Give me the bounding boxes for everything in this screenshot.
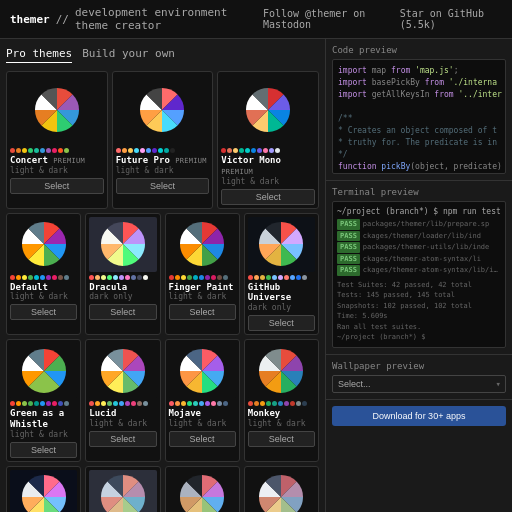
pass-text: ckages/themer/loader/lib/ind: [363, 231, 481, 242]
pass-badge: PASS: [337, 254, 360, 265]
theme-card: Future Pro PREMIUM light & dark Select: [112, 71, 214, 209]
themes-grid: Default light & dark Select Dracula dark…: [6, 213, 319, 512]
theme-preview: [248, 343, 315, 398]
theme-preview: [89, 470, 156, 512]
header-subtitle: development environment theme creator: [75, 6, 263, 32]
theme-meta: light & dark: [10, 166, 104, 175]
wallpaper-preview-section: Wallpaper preview Select...: [326, 355, 512, 400]
terminal-preview-section: Terminal preview ~/project (branch*) $ n…: [326, 181, 512, 355]
pie-chart: [169, 343, 236, 398]
pie-chart: [221, 75, 315, 145]
select-button[interactable]: Select: [89, 431, 156, 447]
wallpaper-select-wrapper: Select...: [332, 375, 506, 393]
pie-chart: [248, 217, 315, 272]
theme-meta: light & dark: [221, 177, 315, 186]
color-dots: [169, 401, 236, 406]
pie-chart: [116, 75, 210, 145]
stat-line: ~/project (branch*) $: [337, 332, 501, 343]
theme-meta: light & dark: [10, 430, 77, 439]
theme-preview: [10, 343, 77, 398]
tab-build-own[interactable]: Build your own: [82, 47, 175, 63]
select-button[interactable]: Select: [10, 442, 77, 458]
color-dots: [10, 401, 77, 406]
github-link[interactable]: Star on GitHub (5.5k): [400, 8, 502, 30]
stat-line: Tests: 145 passed, 145 total: [337, 290, 501, 301]
theme-card: Night Sky dark only Select: [6, 466, 81, 512]
theme-preview: [169, 470, 236, 512]
right-panel: Code preview import map from 'map.js'; i…: [325, 39, 512, 512]
terminal-cmd: ~/project (branch*) $ npm run test: [337, 206, 501, 218]
stat-line: Ran all test suites.: [337, 322, 501, 333]
code-preview-title: Code preview: [332, 45, 506, 55]
select-button[interactable]: Select: [89, 304, 156, 320]
pass-text: ckages/themer-atom-syntax/lib/ind: [363, 265, 501, 276]
select-button[interactable]: Select: [248, 431, 315, 447]
theme-card: GitHub Universe dark only Select: [244, 213, 319, 336]
terminal-preview-title: Terminal preview: [332, 187, 506, 197]
select-button[interactable]: Select: [221, 189, 315, 205]
download-button[interactable]: Download for 30+ apps: [332, 406, 506, 426]
theme-name: Dracula: [89, 282, 156, 293]
theme-name: Green as a Whistle: [10, 408, 77, 430]
pass-row: PASS ckages/themer-atom-syntax/lib/ind: [337, 265, 501, 276]
select-button[interactable]: Select: [248, 315, 315, 331]
select-button[interactable]: Select: [116, 178, 210, 194]
color-dots: [10, 148, 104, 153]
pie-chart: [169, 217, 236, 272]
brand-name: themer: [10, 13, 50, 26]
pass-row: PASS packages/themer/lib/prepare.sp: [337, 219, 501, 230]
theme-preview: [248, 217, 315, 272]
select-button[interactable]: Select: [169, 304, 236, 320]
theme-preview: [89, 343, 156, 398]
mastodon-link[interactable]: Follow @themer on Mastodon: [263, 8, 390, 30]
color-dots: [89, 401, 156, 406]
select-button[interactable]: Select: [10, 304, 77, 320]
theme-card: Concert PREMIUM light & dark Select: [6, 71, 108, 209]
main-layout: Pro themes Build your own Concert PREMIU…: [0, 39, 512, 512]
theme-meta: light & dark: [169, 419, 236, 428]
pass-row: PASS ckages/themer/loader/lib/ind: [337, 231, 501, 242]
pie-chart: [89, 217, 156, 272]
pie-chart: [10, 470, 77, 512]
color-dots: [89, 275, 156, 280]
stat-line: Snapshots: 102 passed, 102 total: [337, 301, 501, 312]
color-dots: [248, 401, 315, 406]
theme-card: Lucid light & dark Select: [85, 339, 160, 462]
pie-chart: [10, 75, 104, 145]
code-preview-box: import map from 'map.js'; import basePic…: [332, 59, 506, 174]
theme-meta: light & dark: [10, 292, 77, 301]
wallpaper-select[interactable]: Select...: [332, 375, 506, 393]
premium-themes-grid: Concert PREMIUM light & dark Select Futu…: [6, 71, 319, 209]
tab-pro-themes[interactable]: Pro themes: [6, 47, 72, 63]
pie-chart: [248, 470, 315, 512]
theme-name: Default: [10, 282, 77, 293]
theme-preview: [10, 470, 77, 512]
pass-rows: PASS packages/themer/lib/prepare.sp PASS…: [337, 219, 501, 276]
theme-name: Monkey: [248, 408, 315, 419]
color-dots: [116, 148, 210, 153]
theme-meta: dark only: [89, 292, 156, 301]
theme-preview: [10, 75, 104, 145]
theme-preview: [221, 75, 315, 145]
stat-line: Time: 5.609s: [337, 311, 501, 322]
select-button[interactable]: Select: [169, 431, 236, 447]
theme-name: Lucid: [89, 408, 156, 419]
theme-preview: [10, 217, 77, 272]
theme-card: Mojave light & dark Select: [165, 339, 240, 462]
pass-badge: PASS: [337, 242, 360, 253]
pie-chart: [248, 343, 315, 398]
theme-card: Green as a Whistle light & dark Select: [6, 339, 81, 462]
color-dots: [248, 275, 315, 280]
select-button[interactable]: Select: [10, 178, 104, 194]
terminal-box: ~/project (branch*) $ npm run test PASS …: [332, 201, 506, 348]
theme-name: Finger Paint: [169, 282, 236, 293]
download-section: Download for 30+ apps: [326, 400, 512, 432]
theme-card: Dracula dark only Select: [85, 213, 160, 336]
stat-line: Test Suites: 42 passed, 42 total: [337, 280, 501, 291]
wallpaper-preview-title: Wallpaper preview: [332, 361, 506, 371]
header-right: Follow @themer on Mastodon Star on GitHu…: [263, 8, 502, 30]
theme-card: Victor Mono PREMIUM light & dark Select: [217, 71, 319, 209]
theme-preview: [116, 75, 210, 145]
theme-name: Mojave: [169, 408, 236, 419]
theme-preview: [89, 217, 156, 272]
